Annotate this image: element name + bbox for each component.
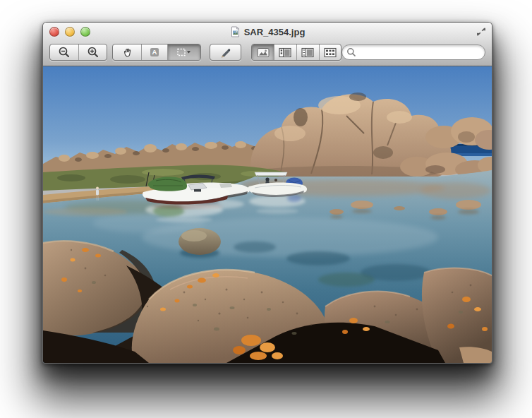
search-input[interactable] <box>341 44 485 60</box>
zoom-group <box>49 44 107 61</box>
fullscreen-button[interactable] <box>475 25 488 38</box>
close-button[interactable] <box>49 27 59 37</box>
image-document-icon[interactable] <box>230 26 241 37</box>
contact-sheet-icon <box>323 47 337 59</box>
table-of-contents-icon <box>301 47 315 59</box>
view-mode-group <box>251 44 341 61</box>
window-title: SAR_4354.jpg <box>244 27 306 37</box>
minimize-button[interactable] <box>65 27 75 37</box>
tool-group: A <box>112 44 200 61</box>
edit-button[interactable] <box>210 44 241 60</box>
selection-rect-icon <box>176 47 192 58</box>
title-wrap: SAR_4354.jpg <box>230 26 306 37</box>
toolbar: A <box>43 39 492 66</box>
zoom-out-button[interactable] <box>50 44 78 60</box>
thumbnails-icon <box>278 47 292 59</box>
window-chrome: SAR_4354.jpg <box>43 23 492 66</box>
view-table-of-contents-button[interactable] <box>296 44 319 60</box>
photo-canvas[interactable] <box>43 66 492 363</box>
zoom-in-button[interactable] <box>78 44 107 60</box>
magnifier-plus-icon <box>87 46 99 59</box>
text-tool-button[interactable]: A <box>141 44 167 60</box>
hand-icon <box>121 47 133 59</box>
chevron-down-icon <box>187 51 191 53</box>
view-thumbnails-button[interactable] <box>274 44 296 60</box>
text-tool-glyph: A <box>152 48 157 56</box>
magnifier-minus-icon <box>58 46 71 59</box>
select-tool-button[interactable] <box>167 44 200 60</box>
expand-arrows-icon <box>476 27 486 37</box>
content-only-icon <box>256 47 270 59</box>
desktop: SAR_4354.jpg <box>0 0 532 418</box>
zoom-window-button[interactable] <box>80 27 90 37</box>
preview-window: SAR_4354.jpg <box>42 22 492 364</box>
edit-group <box>210 44 242 61</box>
search-field <box>341 44 485 60</box>
view-contact-sheet-button[interactable] <box>319 44 341 60</box>
titlebar[interactable]: SAR_4354.jpg <box>43 23 492 39</box>
view-content-only-button[interactable] <box>252 44 274 60</box>
move-tool-button[interactable] <box>113 44 141 60</box>
traffic-lights <box>49 27 90 37</box>
text-tool-badge-icon: A <box>149 47 160 58</box>
pencil-icon <box>219 46 231 59</box>
